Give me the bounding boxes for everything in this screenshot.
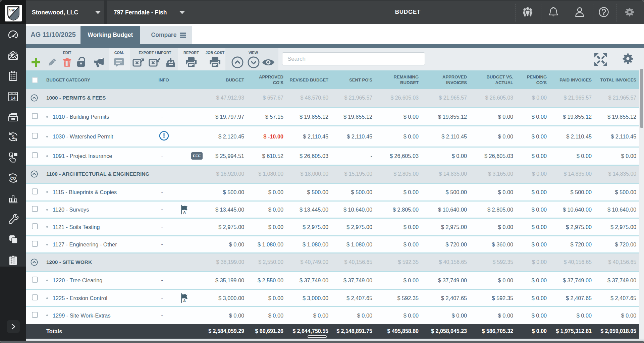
svg-text:14: 14 [10,96,15,101]
svg-text:CO: CO [10,176,16,180]
svg-text:SW: SW [9,8,15,12]
svg-text:$: $ [11,134,14,140]
